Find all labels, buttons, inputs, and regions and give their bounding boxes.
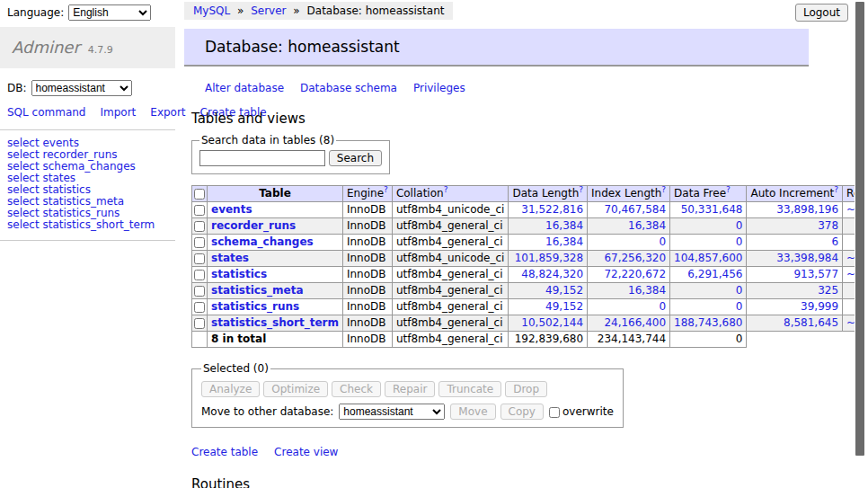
data-length-link[interactable]: 101,859,328 (515, 252, 583, 264)
total-empty-cell (747, 332, 843, 348)
drop-button[interactable]: Drop (505, 381, 547, 397)
optimize-button[interactable]: Optimize (263, 381, 328, 397)
index-length-link[interactable]: 16,384 (628, 284, 666, 297)
auto-increment-link[interactable]: 325 (818, 284, 838, 297)
cell-table-name: schema_changes (208, 235, 343, 251)
column-header-data-length: Data Length? (509, 186, 588, 202)
sidebar-select-statistics-short-term[interactable]: select statistics_short_term (0, 219, 175, 231)
table-link-schema-changes[interactable]: schema_changes (211, 235, 314, 248)
tables-list: TableEngine?Collation?Data Length?Index … (191, 185, 868, 348)
analyze-button[interactable]: Analyze (201, 381, 260, 397)
row-checkbox[interactable] (194, 302, 205, 313)
sidebar-action-import[interactable]: Import (100, 106, 136, 119)
db-label: DB: (7, 82, 27, 94)
row-checkbox[interactable] (194, 221, 205, 232)
nav-link-database-schema[interactable]: Database schema (300, 82, 397, 94)
auto-increment-link[interactable]: 39,999 (801, 300, 838, 313)
table-link-statistics-runs[interactable]: statistics_runs (211, 300, 299, 313)
index-length-link[interactable]: 70,467,584 (604, 203, 666, 216)
create-table-link[interactable]: Create table (191, 446, 258, 458)
data-free-link[interactable]: 50,331,648 (681, 203, 743, 216)
truncate-button[interactable]: Truncate (438, 381, 501, 397)
data-length-link[interactable]: 49,152 (545, 300, 583, 313)
index-length-link[interactable]: 16,384 (628, 219, 666, 232)
table-link-recorder-runs[interactable]: recorder_runs (211, 219, 296, 232)
column-help-link[interactable]: ? (384, 186, 388, 195)
data-length-link[interactable]: 16,384 (545, 219, 583, 232)
cell-collation: utf8mb4_general_ci (392, 283, 509, 299)
row-checkbox[interactable] (194, 237, 205, 248)
auto-increment-link[interactable]: 378 (818, 219, 838, 232)
auto-increment-link[interactable]: 6 (831, 235, 838, 248)
auto-increment-link[interactable]: 913,577 (793, 268, 838, 280)
index-length-link[interactable]: 0 (659, 300, 666, 313)
move-button[interactable]: Move (450, 404, 495, 420)
nav-link-privileges[interactable]: Privileges (413, 82, 465, 94)
total-index-length: 234,143,744 (588, 332, 670, 348)
table-link-states[interactable]: states (211, 252, 249, 264)
search-input[interactable] (199, 150, 325, 166)
overwrite-checkbox[interactable] (549, 407, 560, 418)
row-checkbox[interactable] (194, 205, 205, 216)
row-checkbox[interactable] (194, 270, 205, 280)
table-link-statistics-meta[interactable]: statistics_meta (211, 284, 304, 297)
breadcrumb-current: Database: homeassistant (307, 4, 445, 17)
auto-increment-link[interactable]: 33,898,196 (776, 203, 838, 216)
select-all-checkbox[interactable] (194, 189, 205, 200)
db-select[interactable]: homeassistant (31, 80, 132, 96)
table-link-events[interactable]: events (211, 203, 252, 216)
index-length-link[interactable]: 24,166,400 (604, 316, 666, 329)
logout-button[interactable]: Logout (795, 4, 848, 22)
data-free-link[interactable]: 6,291,456 (687, 268, 742, 280)
cell-data-length: 31,522,816 (509, 202, 588, 218)
data-free-link[interactable]: 188,743,680 (674, 316, 742, 329)
repair-button[interactable]: Repair (385, 381, 435, 397)
cell-auto-increment: 39,999 (747, 299, 843, 315)
sidebar-action-sql-command[interactable]: SQL command (7, 106, 85, 119)
cell-auto-increment: 378 (747, 218, 843, 235)
data-free-link[interactable]: 0 (736, 300, 743, 313)
nav-link-alter-database[interactable]: Alter database (205, 82, 284, 94)
data-length-link[interactable]: 10,502,144 (521, 316, 583, 329)
data-length-link[interactable]: 48,824,320 (521, 268, 583, 280)
data-length-link[interactable]: 16,384 (545, 235, 583, 248)
data-free-link[interactable]: 104,857,600 (674, 252, 742, 264)
search-button[interactable]: Search (329, 150, 382, 166)
cell-table-name: statistics_runs (208, 299, 343, 315)
auto-increment-link[interactable]: 33,398,984 (776, 252, 838, 264)
row-checkbox[interactable] (194, 286, 205, 297)
language-select[interactable]: English (68, 4, 151, 21)
row-checkbox[interactable] (194, 253, 205, 264)
sidebar-action-export[interactable]: Export (150, 106, 185, 119)
column-help-link[interactable]: ? (726, 186, 731, 195)
check-button[interactable]: Check (332, 381, 381, 397)
move-db-select[interactable]: homeassistant (339, 404, 445, 420)
scrollbar-track[interactable] (855, 0, 868, 488)
data-length-link[interactable]: 31,522,816 (521, 203, 583, 216)
auto-increment-link[interactable]: 8,581,645 (784, 316, 838, 329)
table-link-statistics-short-term[interactable]: statistics_short_term (211, 316, 339, 329)
create-view-link[interactable]: Create view (274, 446, 338, 458)
breadcrumb-link-mysql[interactable]: MySQL (193, 4, 230, 17)
data-length-link[interactable]: 49,152 (545, 284, 583, 297)
search-legend: Search data in tables (8) (199, 134, 336, 146)
index-length-link[interactable]: 72,220,672 (604, 268, 666, 280)
index-length-link[interactable]: 67,256,320 (604, 252, 666, 264)
data-free-link[interactable]: 0 (736, 284, 743, 297)
cell-engine: InnoDB (342, 218, 392, 235)
table-link-statistics[interactable]: statistics (211, 268, 267, 280)
cell-table-name: recorder_runs (208, 218, 343, 235)
column-help-link[interactable]: ? (579, 186, 583, 195)
data-free-link[interactable]: 0 (736, 219, 743, 232)
column-help-link[interactable]: ? (834, 186, 838, 195)
language-row: Language:English (0, 0, 175, 27)
index-length-link[interactable]: 0 (659, 235, 666, 248)
data-free-link[interactable]: 0 (736, 235, 743, 248)
scrollbar-thumb[interactable] (855, 2, 864, 456)
column-help-link[interactable]: ? (661, 186, 666, 195)
breadcrumb-link-server[interactable]: Server (251, 4, 286, 17)
row-checkbox[interactable] (194, 318, 205, 329)
column-help-link[interactable]: ? (444, 186, 448, 195)
copy-button[interactable]: Copy (500, 404, 544, 420)
cell-engine: InnoDB (342, 202, 392, 218)
